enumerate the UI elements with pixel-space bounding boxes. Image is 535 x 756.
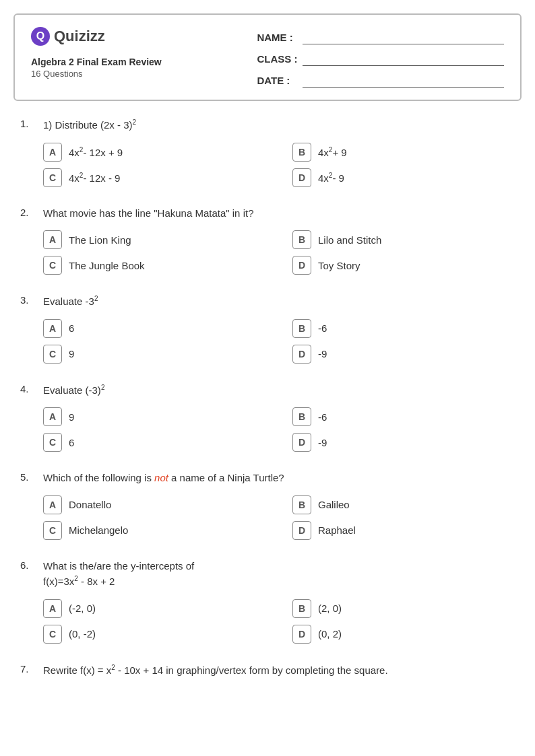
answer-item-5-d[interactable]: DRaphael	[292, 521, 515, 540]
question-num-3: 3.	[20, 294, 36, 306]
answer-text-4-a: 9	[69, 411, 74, 423]
question-num-7: 7.	[20, 662, 36, 675]
question-text-3: Evaluate -32	[43, 294, 98, 310]
quizizz-logo: Q Quizizz	[31, 27, 237, 46]
answer-item-5-b[interactable]: BGalileo	[292, 495, 515, 514]
question-row-6: 6.What is the/are the y-intercepts off(x…	[20, 559, 515, 590]
exam-header: Q Quizizz Algebra 2 Final Exam Review 16…	[13, 13, 522, 101]
answer-item-2-c[interactable]: CThe Jungle Book	[43, 256, 265, 275]
answer-item-4-d[interactable]: D-9	[292, 433, 515, 452]
question-row-5: 5.Which of the following is not a name o…	[20, 471, 515, 486]
answer-item-5-c[interactable]: CMichelangelo	[43, 521, 265, 540]
answer-item-1-d[interactable]: D4x2- 9	[292, 168, 515, 187]
answer-item-3-a[interactable]: A6	[43, 319, 265, 338]
answer-item-6-c[interactable]: C(0, -2)	[43, 625, 265, 644]
date-field-row: DATE :	[257, 73, 504, 88]
answer-letter-5-b: B	[292, 495, 311, 514]
answer-item-6-d[interactable]: D(0, 2)	[292, 625, 515, 644]
class-field-row: CLASS :	[257, 51, 504, 66]
answer-item-3-c[interactable]: C9	[43, 345, 265, 364]
question-num-5: 5.	[20, 471, 36, 483]
answers-grid-5: ADonatelloBGalileoCMichelangeloDRaphael	[43, 495, 515, 540]
answer-letter-6-d: D	[292, 625, 311, 644]
question-row-1: 1.1) Distribute (2x - 3)2	[20, 117, 515, 133]
answer-item-1-a[interactable]: A4x2- 12x + 9	[43, 143, 265, 162]
answer-text-5-c: Michelangelo	[69, 524, 128, 536]
answer-text-4-b: -6	[318, 411, 327, 423]
answer-text-6-b: (2, 0)	[318, 603, 342, 614]
answers-grid-3: A6B-6C9D-9	[43, 319, 515, 364]
answer-letter-6-a: A	[43, 599, 62, 618]
answer-letter-3-a: A	[43, 319, 62, 338]
answer-text-5-d: Raphael	[318, 524, 356, 536]
question-block-5: 5.Which of the following is not a name o…	[20, 471, 515, 540]
date-line	[303, 73, 504, 88]
name-label: NAME :	[257, 32, 297, 43]
question-block-1: 1.1) Distribute (2x - 3)2A4x2- 12x + 9B4…	[20, 117, 515, 187]
answer-item-2-b[interactable]: BLilo and Stitch	[292, 230, 515, 249]
answer-item-2-a[interactable]: AThe Lion King	[43, 230, 265, 249]
question-num-1: 1.	[20, 117, 36, 129]
answer-text-1-a: 4x2- 12x + 9	[69, 146, 123, 158]
question-text-6: What is the/are the y-intercepts off(x)=…	[43, 559, 194, 590]
answer-text-2-c: The Jungle Book	[69, 260, 145, 271]
logo-section: Q Quizizz Algebra 2 Final Exam Review 16…	[31, 27, 237, 79]
answer-text-6-a: (-2, 0)	[69, 603, 96, 614]
answer-letter-6-b: B	[292, 599, 311, 618]
answer-item-6-b[interactable]: B(2, 0)	[292, 599, 515, 618]
answer-letter-3-d: D	[292, 345, 311, 364]
answer-text-4-d: -9	[318, 437, 327, 448]
answers-grid-6: A(-2, 0)B(2, 0)C(0, -2)D(0, 2)	[43, 599, 515, 644]
question-text-2: What movie has the line "Hakuna Matata" …	[43, 206, 253, 221]
class-line	[303, 51, 504, 66]
answer-text-3-c: 9	[69, 348, 74, 359]
answer-letter-1-c: C	[43, 168, 62, 187]
answer-letter-4-c: C	[43, 433, 62, 452]
answer-item-1-b[interactable]: B4x2+ 9	[292, 143, 515, 162]
answer-text-5-b: Galileo	[318, 499, 350, 510]
answers-grid-1: A4x2- 12x + 9B4x2+ 9C4x2- 12x - 9D4x2- 9	[43, 143, 515, 187]
question-row-4: 4.Evaluate (-3)2	[20, 382, 515, 399]
question-block-2: 2.What movie has the line "Hakuna Matata…	[20, 206, 515, 275]
answer-letter-5-d: D	[292, 521, 311, 540]
q-icon: Q	[31, 27, 50, 46]
question-block-7: 7.Rewrite f(x) = x2 - 10x + 14 in graphi…	[20, 662, 515, 679]
answer-item-4-c[interactable]: C6	[43, 433, 265, 452]
question-row-3: 3.Evaluate -32	[20, 294, 515, 310]
answer-item-3-d[interactable]: D-9	[292, 345, 515, 364]
answer-text-5-a: Donatello	[69, 499, 111, 510]
question-block-3: 3.Evaluate -32A6B-6C9D-9	[20, 294, 515, 364]
answer-text-3-a: 6	[69, 322, 74, 334]
answer-letter-2-c: C	[43, 256, 62, 275]
logo-text: Quizizz	[54, 28, 105, 45]
answer-item-3-b[interactable]: B-6	[292, 319, 515, 338]
answer-text-1-c: 4x2- 12x - 9	[69, 172, 120, 184]
answer-item-1-c[interactable]: C4x2- 12x - 9	[43, 168, 265, 187]
class-label: CLASS :	[257, 53, 297, 65]
answer-text-3-d: -9	[318, 348, 327, 359]
answer-text-1-b: 4x2+ 9	[318, 146, 347, 158]
answer-item-4-b[interactable]: B-6	[292, 407, 515, 426]
date-label: DATE :	[257, 75, 297, 86]
answer-text-4-c: 6	[69, 437, 74, 448]
answer-item-5-a[interactable]: ADonatello	[43, 495, 265, 514]
answer-text-2-d: Toy Story	[318, 260, 360, 271]
answer-text-6-d: (0, 2)	[318, 628, 342, 640]
answer-text-1-d: 4x2- 9	[318, 172, 344, 184]
answer-text-3-b: -6	[318, 322, 327, 334]
answer-item-2-d[interactable]: DToy Story	[292, 256, 515, 275]
answer-letter-4-a: A	[43, 407, 62, 426]
question-num-4: 4.	[20, 382, 36, 394]
answer-letter-2-a: A	[43, 230, 62, 249]
questions-area: 1.1) Distribute (2x - 3)2A4x2- 12x + 9B4…	[13, 117, 522, 678]
answer-text-2-b: Lilo and Stitch	[318, 234, 381, 246]
answer-letter-4-b: B	[292, 407, 311, 426]
question-row-2: 2.What movie has the line "Hakuna Matata…	[20, 206, 515, 221]
question-text-4: Evaluate (-3)2	[43, 382, 104, 399]
answer-item-4-a[interactable]: A9	[43, 407, 265, 426]
answer-letter-2-d: D	[292, 256, 311, 275]
answer-item-6-a[interactable]: A(-2, 0)	[43, 599, 265, 618]
question-text-1: 1) Distribute (2x - 3)2	[43, 117, 136, 133]
answer-letter-3-b: B	[292, 319, 311, 338]
highlight-text: not	[154, 472, 168, 483]
